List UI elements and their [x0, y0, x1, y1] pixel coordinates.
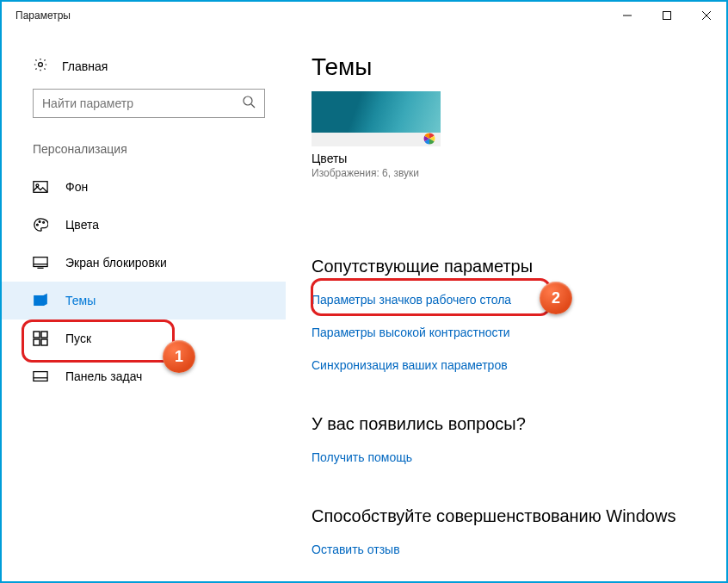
close-button[interactable]: [687, 2, 726, 29]
link-get-help[interactable]: Получить помощь: [312, 450, 412, 464]
sidebar-item-colors[interactable]: Цвета: [2, 206, 286, 244]
settings-window: Параметры Главная: [0, 0, 728, 583]
svg-point-5: [244, 96, 252, 105]
svg-rect-12: [34, 257, 47, 267]
palette-icon: [33, 217, 48, 233]
svg-point-4: [39, 63, 43, 67]
svg-rect-18: [34, 339, 40, 345]
search-input[interactable]: [34, 90, 264, 117]
related-heading: Сопутствующие параметры: [312, 257, 700, 276]
link-high-contrast[interactable]: Параметры высокой контрастности: [312, 326, 510, 339]
svg-rect-1: [663, 12, 671, 20]
gear-icon: [33, 57, 48, 75]
search-box[interactable]: [33, 89, 265, 118]
search-wrap: [2, 89, 286, 135]
color-wheel-icon: [423, 133, 435, 145]
annotation-badge-1: 1: [163, 340, 195, 373]
sidebar-item-lockscreen[interactable]: Экран блокировки: [2, 244, 286, 282]
sidebar-item-themes[interactable]: Темы: [2, 282, 286, 319]
content-area: Главная Персонализация Фон: [2, 29, 726, 581]
svg-rect-19: [41, 339, 47, 345]
sidebar-section-label: Персонализация: [2, 135, 286, 168]
sidebar-item-label: Темы: [65, 294, 96, 307]
home-button[interactable]: Главная: [2, 50, 286, 89]
svg-point-9: [37, 224, 39, 226]
help-heading: У вас появились вопросы?: [312, 414, 700, 434]
home-label: Главная: [62, 59, 108, 73]
lockscreen-icon: [33, 255, 48, 270]
picture-icon: [33, 179, 48, 195]
sidebar: Главная Персонализация Фон: [2, 29, 286, 581]
sidebar-item-label: Фон: [65, 180, 88, 194]
sidebar-item-label: Цвета: [65, 218, 99, 232]
sidebar-item-taskbar[interactable]: Панель задач: [2, 357, 286, 395]
theme-name: Цветы: [312, 152, 441, 165]
taskbar-icon: [33, 369, 48, 384]
start-icon: [33, 331, 48, 346]
sidebar-item-label: Экран блокировки: [65, 256, 167, 270]
link-sync-settings[interactable]: Синхронизация ваших параметров: [312, 358, 508, 372]
svg-rect-17: [41, 332, 47, 338]
svg-point-11: [43, 221, 45, 223]
feedback-heading: Способствуйте совершенствованию Windows: [312, 506, 700, 526]
svg-point-10: [39, 221, 40, 223]
theme-thumbnail: [312, 91, 441, 146]
window-title: Параметры: [9, 9, 71, 22]
maximize-button[interactable]: [647, 2, 687, 29]
annotation-badge-2: 2: [540, 282, 572, 314]
themes-icon: [33, 293, 48, 308]
main-panel: Темы Цветы Изображения: 6, звуки Сопутст…: [286, 29, 726, 581]
search-icon: [242, 95, 256, 112]
link-desktop-icons[interactable]: Параметры значков рабочего стола: [312, 293, 511, 307]
theme-preview[interactable]: Цветы Изображения: 6, звуки: [312, 91, 441, 179]
sidebar-item-start[interactable]: Пуск: [2, 319, 286, 357]
theme-meta: Изображения: 6, звуки: [312, 167, 441, 179]
window-controls: [608, 2, 726, 29]
svg-rect-20: [34, 372, 47, 381]
svg-line-6: [251, 104, 255, 108]
sidebar-item-background[interactable]: Фон: [2, 168, 286, 206]
page-title: Темы: [312, 53, 700, 81]
minimize-button[interactable]: [608, 2, 647, 29]
sidebar-item-label: Пуск: [65, 332, 91, 345]
sidebar-item-label: Панель задач: [65, 369, 142, 383]
svg-rect-16: [34, 332, 40, 338]
link-feedback[interactable]: Оставить отзыв: [312, 543, 400, 556]
